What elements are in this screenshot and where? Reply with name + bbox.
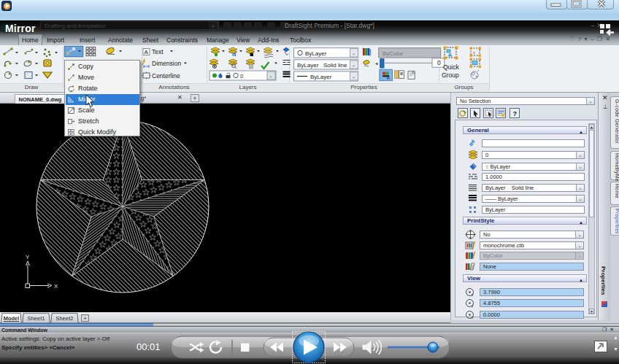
- svg-text:Dimension: Dimension: [152, 60, 181, 67]
- svg-text:⌄: ⌄: [352, 51, 355, 55]
- svg-text:x: x: [473, 50, 475, 55]
- svg-text:R: R: [387, 76, 390, 80]
- svg-text:X: X: [54, 283, 58, 290]
- svg-text:Y: Y: [26, 254, 30, 260]
- svg-text:⌄: ⌄: [352, 74, 355, 79]
- svg-text:ByLayer: ByLayer: [305, 50, 327, 57]
- svg-text:⌄: ⌄: [352, 63, 355, 67]
- svg-text:ByLayer: ByLayer: [310, 74, 332, 80]
- svg-text:ByColor: ByColor: [382, 50, 404, 57]
- svg-text:Centerline: Centerline: [152, 72, 180, 80]
- svg-text:0: 0: [240, 73, 243, 80]
- svg-text:0: 0: [437, 59, 441, 66]
- svg-text:A: A: [145, 49, 149, 55]
- svg-text:Quick: Quick: [443, 63, 459, 71]
- svg-text:⌄: ⌄: [269, 74, 273, 78]
- svg-text:Group: Group: [442, 71, 459, 79]
- svg-text:Text: Text: [152, 48, 164, 55]
- svg-text:ByLayer Solid line: ByLayer Solid line: [297, 62, 347, 69]
- svg-text:?: ?: [513, 110, 518, 117]
